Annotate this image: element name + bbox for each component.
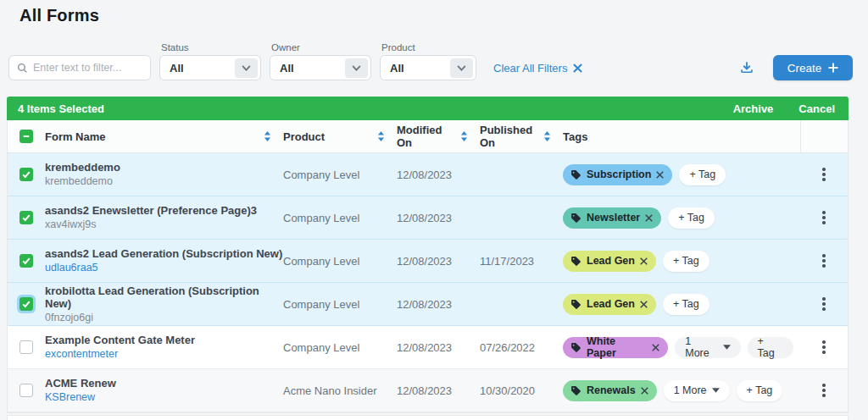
tag-icon [570, 169, 581, 180]
published-on-cell: 10/30/2020 [480, 384, 563, 397]
chevron-down-icon [345, 58, 368, 78]
tag-pill[interactable]: Newsletter [563, 207, 661, 229]
column-header-published-on[interactable]: Published On [480, 120, 563, 152]
filter-status-label: Status [159, 42, 261, 52]
cancel-button[interactable]: Cancel [798, 102, 835, 115]
form-name[interactable]: krembeddemo [45, 161, 283, 174]
search-icon [17, 63, 28, 74]
table-row: krembeddemo krembeddemo Company Level 12… [8, 153, 848, 196]
kebab-menu[interactable] [815, 251, 832, 271]
add-tag-button[interactable]: + Tag [663, 294, 709, 315]
row-checkbox[interactable] [19, 384, 33, 397]
form-name[interactable]: Example Content Gate Meter [45, 334, 283, 346]
modified-on-cell: 12/08/2023 [397, 384, 480, 397]
product-cell: Company Level [283, 298, 397, 311]
filter-owner-label: Owner [270, 42, 371, 52]
remove-tag-icon[interactable] [656, 171, 664, 179]
chevron-down-icon [450, 58, 473, 78]
column-header-tags: Tags [563, 120, 800, 152]
remove-tag-icon[interactable] [652, 344, 659, 351]
filter-owner: Owner All [270, 42, 371, 80]
add-tag-button[interactable]: + Tag [663, 251, 709, 272]
form-name[interactable]: ACME Renew [45, 377, 283, 390]
form-name[interactable]: krobilotta Lead Generation (Subscription… [45, 285, 283, 310]
selection-bar: 4 Items Selected Archive Cancel [7, 97, 849, 120]
download-button[interactable] [739, 55, 754, 80]
sort-icon[interactable] [264, 130, 271, 142]
kebab-menu[interactable] [815, 380, 832, 401]
add-tag-button[interactable]: + Tag [679, 164, 726, 185]
tag-pill[interactable]: Renewals [563, 380, 657, 401]
filter-product-label: Product [380, 42, 476, 52]
selection-count: 4 Items Selected [18, 102, 104, 115]
sort-icon[interactable] [377, 130, 385, 142]
kebab-menu[interactable] [815, 294, 832, 314]
tag-icon [570, 385, 581, 396]
product-cell: Acme Nano Insider [283, 384, 397, 397]
kebab-menu[interactable] [815, 164, 832, 185]
kebab-menu[interactable] [815, 337, 832, 357]
chevron-down-icon [235, 58, 258, 78]
filter-status: Status All [159, 42, 261, 80]
search-box[interactable] [8, 55, 151, 80]
tag-icon [570, 256, 581, 267]
column-header-actions [800, 120, 848, 152]
tag-icon [570, 342, 581, 353]
form-id-link[interactable]: KSBrenew [45, 391, 283, 404]
form-id-link[interactable]: udlau6raa5 [45, 262, 283, 274]
row-checkbox[interactable] [19, 297, 33, 311]
tag-pill[interactable]: Lead Gen [563, 251, 656, 272]
remove-tag-icon[interactable] [640, 301, 648, 308]
search-input[interactable] [33, 62, 142, 74]
published-on-cell: 07/26/2022 [480, 341, 563, 354]
row-checkbox[interactable] [19, 211, 33, 224]
remove-tag-icon[interactable] [640, 257, 648, 265]
product-cell: Company Level [283, 169, 397, 181]
status-select[interactable]: All [159, 55, 261, 80]
sort-icon[interactable] [543, 130, 551, 142]
tag-pill[interactable]: Subscription [563, 164, 672, 185]
tag-pill[interactable]: White Paper [563, 337, 668, 358]
sort-icon[interactable] [460, 130, 468, 142]
archive-button[interactable]: Archive [733, 102, 774, 115]
column-header-modified-on[interactable]: Modified On [397, 120, 480, 152]
product-select[interactable]: All [380, 55, 476, 80]
product-cell: Company Level [283, 255, 397, 268]
add-tag-button[interactable]: + Tag [748, 337, 793, 358]
more-tags-button[interactable]: 1 More [675, 337, 740, 358]
form-id: xav4iwxj9s [45, 218, 283, 231]
modified-on-cell: 12/08/2023 [397, 255, 480, 268]
row-checkbox[interactable] [19, 254, 33, 268]
owner-select[interactable]: All [270, 55, 371, 80]
clear-all-filters-link[interactable]: Clear All Filters [493, 55, 582, 80]
form-name[interactable]: asands2 Lead Generation (Subscription Ne… [45, 247, 283, 260]
modified-on-cell: 12/08/2023 [397, 212, 480, 224]
caret-down-icon [712, 388, 720, 393]
add-tag-button[interactable]: + Tag [668, 207, 715, 229]
table-row: asands2 Enewsletter (Preference Page)3 x… [8, 196, 848, 240]
form-id-link[interactable]: excontentmeter [45, 348, 283, 361]
all-forms-page: All Forms Status All Owner All [0, 0, 868, 420]
published-on-cell: 11/17/2023 [480, 255, 563, 268]
remove-tag-icon[interactable] [641, 387, 648, 395]
form-name[interactable]: asands2 Enewsletter (Preference Page)3 [45, 204, 283, 217]
column-header-form-name[interactable]: Form Name [45, 120, 283, 152]
row-checkbox[interactable] [19, 340, 33, 354]
column-header-product[interactable]: Product [283, 120, 397, 152]
plus-icon [828, 63, 838, 73]
close-icon[interactable] [573, 64, 582, 73]
kebab-menu[interactable] [815, 207, 832, 228]
create-button[interactable]: Create [773, 55, 853, 80]
table-row: asands2 Lead Generation (Subscription Ne… [8, 240, 848, 283]
row-checkbox[interactable] [19, 168, 33, 181]
caret-down-icon [723, 345, 731, 350]
tag-pill[interactable]: Lead Gen [563, 294, 656, 315]
filter-product: Product All [380, 42, 476, 80]
remove-tag-icon[interactable] [645, 214, 653, 222]
table-row: ACME Renew KSBrenew Acme Nano Insider 12… [8, 369, 848, 412]
add-tag-button[interactable]: + Tag [737, 380, 783, 401]
product-cell: Company Level [283, 341, 397, 354]
more-tags-button[interactable]: 1 More [664, 380, 730, 401]
modified-on-cell: 12/08/2023 [397, 169, 480, 181]
select-all-checkbox[interactable] [19, 130, 33, 143]
